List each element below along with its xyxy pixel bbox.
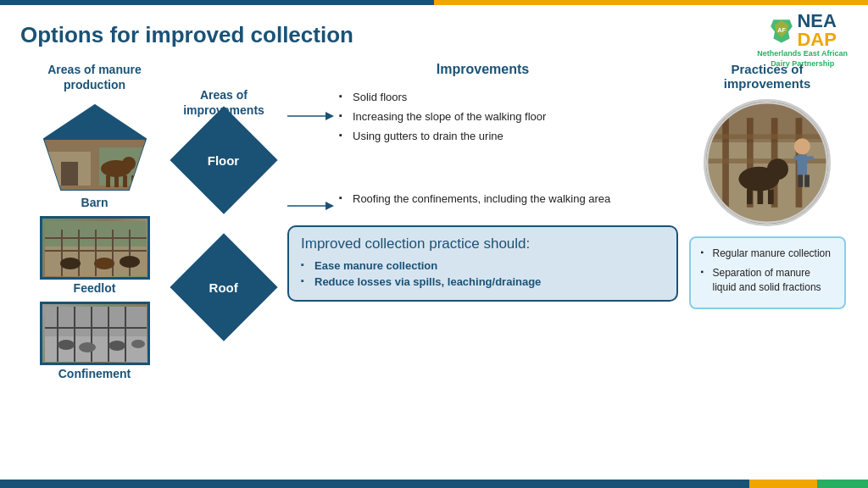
floor-bullet-3: ▪Using gutters to drain the urine [339, 129, 546, 144]
svg-point-38 [108, 341, 125, 351]
svg-rect-54 [747, 190, 753, 204]
logo: AF NEA DAP Netherlands East African Dair… [757, 12, 848, 69]
svg-text:AF: AF [778, 26, 787, 34]
roof-arrow [287, 198, 334, 214]
svg-point-57 [794, 138, 810, 154]
svg-point-27 [120, 256, 140, 268]
svg-rect-50 [706, 134, 828, 139]
scroll-bullet-2: Reduce losses via spills, leaching/drain… [301, 275, 665, 288]
confinement-label: Confinement [58, 367, 131, 380]
svg-point-53 [767, 158, 788, 180]
confinement-image [42, 304, 149, 364]
floor-section: ▪Solid floors ▪Increasing the slope of t… [287, 90, 678, 149]
practices-bullet-1: Regular manure collection [701, 247, 834, 261]
floor-bullet-2: ▪Increasing the slope of the walking flo… [339, 109, 546, 125]
svg-point-11 [122, 157, 136, 170]
practices-bullets-list: Regular manure collection Separation of … [701, 247, 834, 294]
africa-icon: AF [768, 17, 795, 44]
bottom-bar-green [817, 480, 868, 488]
svg-rect-13 [114, 175, 119, 187]
col-areas-header: Areas of manureproduction [47, 62, 141, 92]
floor-arrow [287, 108, 334, 124]
bottom-bar-yellow [749, 480, 817, 488]
feedlot-image [42, 219, 149, 279]
roof-diamond-label: Roof [209, 280, 238, 295]
roof-bullets-list: ▪Roofing the confinements, including the… [339, 191, 610, 211]
svg-point-39 [131, 340, 145, 348]
scroll-box-title: Improved collection practice should: [301, 236, 665, 252]
logo-nea-text: NEA [797, 12, 836, 30]
confinement-shape [40, 302, 150, 365]
floor-bullet-1: ▪Solid floors [339, 90, 546, 105]
practices-box: Regular manure collection Separation of … [689, 236, 846, 309]
barn-label: Barn [81, 196, 108, 209]
svg-point-37 [79, 342, 96, 352]
top-accent-bar [0, 0, 868, 5]
scroll-bullets-list: Ease manure collection Reduce losses via… [301, 259, 665, 288]
roof-bullet-1: ▪Roofing the confinements, including the… [339, 191, 610, 207]
diamonds-col: Areas ofimprovements Floor Roof [169, 62, 279, 458]
svg-point-36 [58, 340, 75, 350]
roof-section: ▪Roofing the confinements, including the… [287, 191, 678, 214]
floor-diamond-label: Floor [208, 153, 240, 168]
col-practices: Practices of improvements [678, 62, 848, 458]
bottom-bar [0, 480, 868, 488]
svg-rect-59 [794, 156, 803, 160]
svg-rect-62 [804, 175, 810, 186]
floor-diamond: Floor [170, 107, 277, 214]
svg-rect-9 [61, 162, 78, 186]
area-confinement: Confinement [40, 302, 150, 380]
col-areas: Areas of manureproduction [20, 62, 169, 458]
floor-diamond-block: Floor [186, 135, 262, 186]
practices-bullet-2: Separation of manure liquid and solid fr… [701, 266, 834, 295]
floor-bullets-list: ▪Solid floors ▪Increasing the slope of t… [339, 90, 546, 149]
slide: AF NEA DAP Netherlands East African Dair… [0, 0, 868, 488]
area-feedlot: Feedlot [40, 216, 150, 295]
logo-subtitle: Netherlands East African Dairy Partnersh… [757, 49, 848, 69]
improvements-col: Improvements ▪Solid floors ▪Increasing t… [279, 62, 678, 458]
logo-dap-text: DAP [797, 30, 836, 49]
svg-point-26 [94, 258, 114, 269]
logo-nea-dap: AF NEA DAP [768, 12, 836, 49]
svg-marker-41 [326, 112, 334, 120]
roof-diamond: Roof [170, 234, 277, 341]
svg-rect-60 [805, 156, 814, 160]
page-title: Options for improved collection [20, 22, 848, 48]
svg-rect-14 [123, 175, 127, 187]
svg-point-25 [60, 258, 81, 269]
bottom-bar-blue [0, 480, 749, 488]
roof-diamond-block: Roof [186, 262, 262, 313]
middle-area: Areas ofimprovements Floor Roof [169, 62, 678, 458]
scroll-box: Improved collection practice should: Eas… [287, 225, 678, 302]
area-barn: Barn [40, 101, 150, 209]
feedlot-shape [40, 216, 150, 280]
barn-shape [40, 101, 150, 194]
svg-rect-56 [768, 190, 774, 204]
main-content: Areas of manureproduction [20, 62, 848, 458]
feedlot-label: Feedlot [74, 281, 116, 295]
svg-rect-29 [45, 336, 147, 362]
scroll-bullet-1: Ease manure collection [301, 259, 665, 272]
practices-image [704, 99, 831, 226]
svg-rect-12 [106, 175, 110, 187]
svg-rect-61 [798, 175, 803, 186]
svg-rect-55 [757, 190, 763, 204]
svg-marker-43 [326, 202, 334, 210]
improvements-header: Improvements [287, 62, 678, 77]
